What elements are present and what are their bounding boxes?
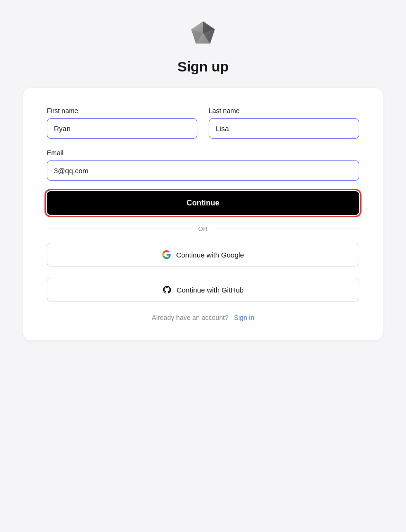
- last-name-label: Last name: [209, 107, 359, 115]
- google-icon: [162, 250, 171, 259]
- page-title: Sign up: [177, 59, 229, 75]
- page-wrapper: Sign up First name Last name Email Conti…: [0, 19, 406, 340]
- first-name-label: First name: [47, 107, 197, 115]
- signin-prompt: Already have an account?: [152, 314, 229, 321]
- google-button-label: Continue with Google: [176, 251, 244, 259]
- first-name-group: First name: [47, 107, 197, 139]
- last-name-group: Last name: [209, 107, 359, 139]
- logo-container: [189, 19, 217, 49]
- email-group: Email: [47, 149, 359, 181]
- signup-card: First name Last name Email Continue OR: [23, 88, 383, 340]
- continue-button[interactable]: Continue: [47, 191, 359, 215]
- divider-text: OR: [198, 225, 208, 232]
- first-name-input[interactable]: [47, 118, 197, 139]
- email-input[interactable]: [47, 160, 359, 181]
- name-row: First name Last name: [47, 107, 359, 139]
- github-button-label: Continue with GitHub: [177, 286, 244, 294]
- github-signin-button[interactable]: Continue with GitHub: [47, 278, 359, 301]
- email-label: Email: [47, 149, 359, 157]
- divider-line-left: [47, 229, 192, 229]
- app-logo-icon: [189, 19, 217, 47]
- divider-row: OR: [47, 225, 359, 232]
- social-buttons-container: Continue with Google Continue with GitHu…: [47, 243, 359, 301]
- signin-link[interactable]: Sign in: [234, 314, 254, 321]
- signin-row: Already have an account? Sign in: [47, 314, 359, 321]
- github-icon: [162, 285, 172, 294]
- google-signin-button[interactable]: Continue with Google: [47, 243, 359, 266]
- divider-line-right: [214, 229, 359, 229]
- last-name-input[interactable]: [209, 118, 359, 139]
